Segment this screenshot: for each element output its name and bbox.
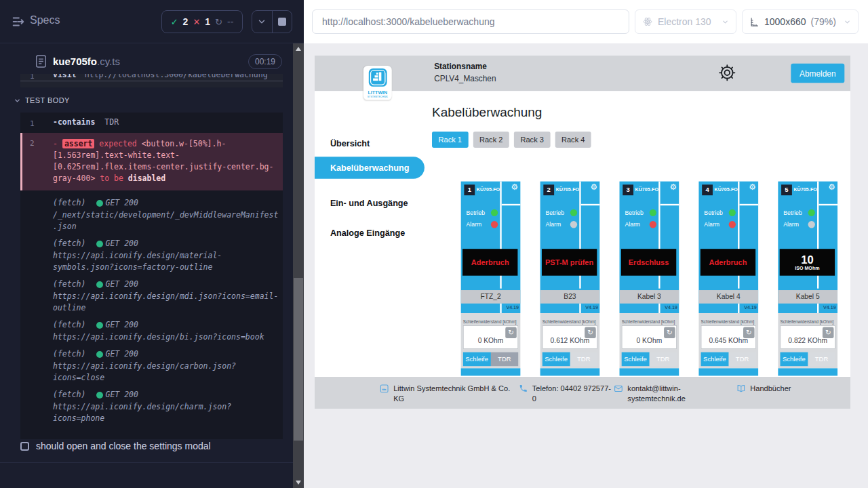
iso-unit: ISO MOhm xyxy=(795,266,819,271)
station-name: CPLV4_Maschen xyxy=(434,74,496,83)
rack-tabs: Rack 1 Rack 2 Rack 3 Rack 4 xyxy=(432,131,591,148)
tdr-button[interactable]: TDR xyxy=(491,352,519,367)
reporter-scrollbar[interactable] xyxy=(293,43,304,488)
fetch-status: GET 200 xyxy=(105,319,138,331)
app-header: Stationsname CPLV4_Maschen Abmelden xyxy=(315,56,850,91)
tdr-button[interactable]: TDR xyxy=(728,352,756,367)
betrieb-led xyxy=(729,209,736,216)
logout-button[interactable]: Abmelden xyxy=(791,64,844,83)
betrieb-led xyxy=(570,209,577,216)
fetch-status: GET 200 xyxy=(105,348,138,360)
tab-rack-1[interactable]: Rack 1 xyxy=(432,131,468,148)
footer-manuals-link[interactable]: Handbücher xyxy=(736,383,791,393)
footer-company: Littwin Systemtechnik GmbH & Co. KG xyxy=(380,383,511,403)
divider xyxy=(502,204,521,205)
resistance-module: Schleifenwiderstand [kOhm] ↻ 0.822 KOhm … xyxy=(778,313,837,368)
url-input[interactable] xyxy=(312,9,629,34)
status-message: Erdschluss xyxy=(629,258,669,267)
spec-file-row[interactable]: kue705fo.cy.ts 00:19 xyxy=(0,52,293,73)
device-bottom-strip xyxy=(540,368,600,375)
tdr-button[interactable]: TDR xyxy=(649,352,677,367)
scroll-up-arrow[interactable] xyxy=(296,47,301,51)
spec-file-name: kue705fo.cy.ts xyxy=(53,56,120,67)
resistance-label: Schleifenwiderstand [kOhm] xyxy=(701,319,756,324)
divider xyxy=(658,304,660,313)
failed-assert-row[interactable]: 2 - assert expected <button.w-[50%].h-[1… xyxy=(20,133,283,190)
device-gear-icon[interactable]: ⚙ xyxy=(590,184,597,192)
status-message: Aderbruch xyxy=(709,258,747,267)
specs-label[interactable]: Specs xyxy=(30,14,60,26)
scrollbar-thumb[interactable] xyxy=(294,278,303,441)
assert-message: - assert expected <button.w-[50%].h-[1.5… xyxy=(53,138,279,184)
resistance-value: 0.822 KOhm xyxy=(781,337,835,345)
device-gear-icon[interactable]: ⚙ xyxy=(749,184,756,192)
command-row-contains[interactable]: 1 -contains TDR xyxy=(20,113,283,133)
device-faceplate: 2 KÜ705-FO ⚙ Betrieb Alarm PST-M prüfen … xyxy=(540,182,600,313)
resistance-valuebox: ↻ 0.645 KOhm xyxy=(701,325,756,349)
device-gear-icon[interactable]: ⚙ xyxy=(669,184,677,192)
fetch-log-entry[interactable]: (fetch) GET 200 https://api.iconify.desi… xyxy=(53,389,281,424)
chevron-down-icon xyxy=(14,97,21,104)
passed-icon: ✓ xyxy=(171,17,178,27)
schleife-button[interactable]: Schleife xyxy=(781,352,808,367)
tab-rack-2[interactable]: Rack 2 xyxy=(473,131,509,148)
specs-list-icon[interactable] xyxy=(11,14,26,32)
divider xyxy=(579,304,580,313)
settings-gear-icon[interactable] xyxy=(717,63,736,85)
sidebar-item-kabelueberwachung[interactable]: Kabelüberwachung xyxy=(315,157,425,178)
next-test-row[interactable]: should open and close the settings modal xyxy=(20,441,211,451)
schleife-button[interactable]: Schleife xyxy=(463,352,491,367)
success-dot-icon xyxy=(96,322,103,329)
resistance-label: Schleifenwiderstand [kOhm] xyxy=(781,319,835,324)
iso-value: 10 xyxy=(801,253,813,265)
viewport-zoom: (79%) xyxy=(811,16,836,27)
device-model-label: KÜ705-FO xyxy=(634,187,660,192)
device-number-badge: 1 xyxy=(464,184,475,195)
device-bottom-strip xyxy=(698,368,758,375)
schleife-button[interactable]: Schleife xyxy=(542,352,570,367)
tdr-button[interactable]: TDR xyxy=(570,352,597,367)
test-body-toggle[interactable]: TEST BODY xyxy=(14,96,70,104)
pending-icon: ↻ xyxy=(215,17,222,27)
command-name: -contains xyxy=(53,117,95,128)
alarm-led xyxy=(650,221,656,228)
resistance-value: 0 KOhm xyxy=(464,337,518,345)
fetch-log-entry[interactable]: (fetch) GET 200 https://api.iconify.desi… xyxy=(53,348,281,384)
resistance-valuebox: ↻ 0.612 KOhm xyxy=(542,325,597,349)
sidebar-item-uebersicht[interactable]: Übersicht xyxy=(330,139,370,148)
command-row-visit[interactable]: 1 visit http://localhost:3000/kabelueber… xyxy=(20,74,283,87)
collapse-button[interactable] xyxy=(252,11,272,33)
tab-rack-3[interactable]: Rack 3 xyxy=(514,131,550,148)
tdr-button[interactable]: TDR xyxy=(808,352,835,367)
command-name: visit xyxy=(53,74,77,81)
firmware-version: V4.19 xyxy=(665,305,677,310)
browser-select[interactable]: Electron 130 xyxy=(635,9,736,34)
status-display: 10ISO MOhm xyxy=(780,249,835,276)
fetch-log-entry[interactable]: (fetch) GET 200 https://api.iconify.desi… xyxy=(53,319,281,343)
fetch-url: https://api.iconify.design/mdi.json?icon… xyxy=(53,291,281,314)
alarm-label: Alarm xyxy=(625,221,640,227)
sidebar-item-ein-und-ausgaenge[interactable]: Ein- und Ausgänge xyxy=(330,199,408,208)
alarm-label: Alarm xyxy=(545,221,561,227)
viewport-select[interactable]: 1000x660 (79%) xyxy=(742,9,859,34)
sidebar-item-analoge-eingaenge[interactable]: Analoge Eingänge xyxy=(330,228,405,238)
tab-rack-4[interactable]: Rack 4 xyxy=(555,131,591,148)
stop-button[interactable] xyxy=(272,11,292,33)
fetch-log-entry[interactable]: (fetch) GET 200 https://api.iconify.desi… xyxy=(53,238,281,273)
scroll-down-arrow[interactable] xyxy=(296,481,301,485)
schleife-button[interactable]: Schleife xyxy=(701,352,729,367)
alarm-led xyxy=(491,221,498,228)
device-gear-icon[interactable]: ⚙ xyxy=(828,184,835,192)
device-faceplate: 3 KÜ705-FO ⚙ Betrieb Alarm Erdschluss Ka… xyxy=(620,182,679,313)
fetch-log-entry[interactable]: (fetch) GET 200 /_next/static/developmen… xyxy=(53,197,281,232)
footer-email-text: kontakt@littwin-systemtechnik.de xyxy=(627,383,687,403)
betrieb-label: Betrieb xyxy=(545,209,564,216)
schleife-button[interactable]: Schleife xyxy=(622,352,650,367)
betrieb-label: Betrieb xyxy=(783,209,802,216)
fetch-log-entry[interactable]: (fetch) GET 200 https://api.iconify.desi… xyxy=(53,279,281,314)
chevron-down-icon xyxy=(844,18,851,26)
fetch-list: (fetch) GET 200 /_next/static/developmen… xyxy=(20,190,283,435)
divider xyxy=(739,204,758,205)
device-gear-icon[interactable]: ⚙ xyxy=(511,184,519,192)
firmware-version: V4.19 xyxy=(744,305,757,310)
